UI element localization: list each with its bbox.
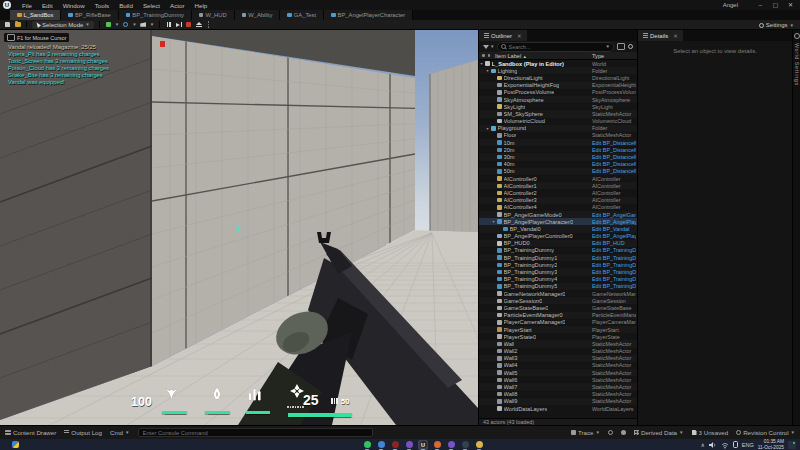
- outliner-row[interactable]: WorldDataLayers WorldDataLayers: [479, 405, 637, 412]
- actor-type[interactable]: GameSession: [592, 298, 636, 304]
- expander-icon[interactable]: ▾: [485, 126, 490, 131]
- actor-type[interactable]: AIController: [592, 204, 636, 210]
- outliner-settings-icon[interactable]: [628, 44, 633, 49]
- stop-button[interactable]: [185, 21, 192, 28]
- close-tab-icon[interactable]: ✕: [517, 33, 522, 39]
- outliner-row[interactable]: ▾ BP_AngelPlayerCharacter0 Edit BP_Angel…: [479, 218, 637, 225]
- outliner-row[interactable]: AIController4 AIController: [479, 204, 637, 211]
- level-viewport[interactable]: F1 for Mouse Cursor Vandal reloaded! Mag…: [0, 30, 478, 425]
- pause-button[interactable]: [165, 21, 172, 28]
- actor-type[interactable]: Edit BP_DistanceMar: [592, 161, 636, 167]
- outliner-row[interactable]: SkyLight SkyLight: [479, 103, 637, 110]
- actor-type[interactable]: Edit BP_TrainingDum: [592, 276, 636, 282]
- actor-type[interactable]: Folder: [592, 125, 636, 131]
- actor-type[interactable]: Edit BP_DistanceMar: [592, 140, 636, 146]
- actor-type[interactable]: World: [592, 61, 636, 67]
- outliner-row[interactable]: 20m Edit BP_DistanceMar: [479, 146, 637, 153]
- outliner-row[interactable]: Wall9 StaticMeshActor: [479, 398, 637, 405]
- selection-mode-dropdown[interactable]: Selection Mode▼: [32, 21, 94, 29]
- outliner-row[interactable]: ExponentialHeightFog ExponentialHeightFo: [479, 82, 637, 89]
- content-browser-button[interactable]: [14, 21, 21, 28]
- close-tab-icon[interactable]: ✕: [673, 33, 678, 39]
- menu-item[interactable]: Edit: [38, 2, 57, 9]
- item-label-column-header[interactable]: Item Label ▲: [495, 53, 527, 59]
- outliner-row[interactable]: ▾ Playground Folder: [479, 125, 637, 132]
- unsaved-button[interactable]: 3 Unsaved: [692, 429, 729, 436]
- outliner-row[interactable]: 50m Edit BP_DistanceMar: [479, 168, 637, 175]
- actor-type[interactable]: Edit BP_AngelPlayer: [592, 219, 636, 225]
- outliner-row[interactable]: DirectionalLight DirectionalLight: [479, 74, 637, 81]
- hidden-icons-chevron[interactable]: ∧: [701, 442, 705, 448]
- revision-control-dropdown[interactable]: Revision Control▼: [736, 429, 795, 436]
- outliner-row[interactable]: SkyAtmosphere SkyAtmosphere: [479, 96, 637, 103]
- outliner-row[interactable]: Wall5 StaticMeshActor: [479, 369, 637, 376]
- menu-item[interactable]: Build: [115, 2, 137, 9]
- outliner-row[interactable]: BP_Vandal0 Edit BP_Vandal: [479, 225, 637, 232]
- notifications-icon[interactable]: [788, 441, 796, 449]
- actor-type[interactable]: StaticMeshActor: [592, 384, 636, 390]
- outliner-row[interactable]: VolumetricCloud VolumetricCloud: [479, 118, 637, 125]
- actor-type[interactable]: StaticMeshActor: [592, 132, 636, 138]
- outliner-row[interactable]: AIController2 AIController: [479, 189, 637, 196]
- actor-type[interactable]: Edit BP_DistanceMar: [592, 168, 636, 174]
- outliner-row[interactable]: AIController1 AIController: [479, 182, 637, 189]
- asset-tab[interactable]: W_HUD: [192, 10, 235, 20]
- toolbar-overflow-button[interactable]: [205, 21, 212, 28]
- blueprints-dropdown[interactable]: [122, 21, 129, 28]
- minimize-button[interactable]: –: [753, 0, 768, 10]
- actor-type[interactable]: GameStateBase: [592, 305, 636, 311]
- menu-item[interactable]: Help: [191, 2, 212, 9]
- actor-type[interactable]: AIController: [592, 197, 636, 203]
- actor-type[interactable]: StaticMeshActor: [592, 391, 636, 397]
- language-indicator[interactable]: ENG: [742, 442, 754, 448]
- eject-button[interactable]: [195, 21, 202, 28]
- search-input[interactable]: [508, 44, 603, 50]
- bug-report-icon[interactable]: [621, 430, 626, 435]
- outliner-row[interactable]: BP_AngelGameMode0 Edit BP_AngelGameM: [479, 211, 637, 218]
- taskbar-app-icon[interactable]: [390, 440, 400, 450]
- clock[interactable]: 01:35 AM 11-Oct-2025: [758, 439, 784, 449]
- asset-tab[interactable]: BP_RifleBase: [61, 10, 118, 20]
- asset-tab[interactable]: W_Ability: [235, 10, 281, 20]
- actor-type[interactable]: GameNetworkManag: [592, 291, 636, 297]
- actor-type[interactable]: Edit BP_DistanceMar: [592, 147, 636, 153]
- actor-type[interactable]: Edit BP_TrainingDum: [592, 283, 636, 289]
- cmd-dropdown[interactable]: Cmd▼: [110, 429, 130, 436]
- filter-button[interactable]: ▼: [483, 44, 494, 49]
- actor-type[interactable]: SkyLight: [592, 104, 636, 110]
- outliner-row[interactable]: ParticleEventManager0 ParticleEventManag…: [479, 312, 637, 319]
- actor-type[interactable]: ParticleEventManage: [592, 312, 636, 318]
- actor-type[interactable]: PlayerStart: [592, 327, 636, 333]
- asset-tab[interactable]: GA_Test: [280, 10, 324, 20]
- outliner-row[interactable]: 10m Edit BP_DistanceMar: [479, 139, 637, 146]
- outliner-row[interactable]: Wall3 StaticMeshActor: [479, 355, 637, 362]
- insights-icon[interactable]: [608, 430, 613, 435]
- actor-type[interactable]: AIController: [592, 183, 636, 189]
- menu-item[interactable]: Tools: [91, 2, 113, 9]
- taskbar-app-icon[interactable]: [362, 440, 372, 450]
- outliner-row[interactable]: SM_SkySphere StaticMeshActor: [479, 110, 637, 117]
- wifi-icon[interactable]: [721, 441, 729, 449]
- outliner-row[interactable]: Wall6 StaticMeshActor: [479, 376, 637, 383]
- actor-type[interactable]: StaticMeshActor: [592, 398, 636, 404]
- outliner-row[interactable]: BP_HUD0 Edit BP_HUD: [479, 240, 637, 247]
- outliner-row[interactable]: Wall2 StaticMeshActor: [479, 348, 637, 355]
- outliner-row[interactable]: ▾ Lighting Folder: [479, 67, 637, 74]
- menu-item[interactable]: File: [18, 2, 36, 9]
- outliner-tab[interactable]: Outliner ✕: [479, 30, 527, 41]
- outliner-row[interactable]: Wall4 StaticMeshActor: [479, 362, 637, 369]
- outliner-row[interactable]: AIController0 AIController: [479, 175, 637, 182]
- actor-type[interactable]: Edit BP_AngelGameM: [592, 212, 636, 218]
- world-settings-tab[interactable]: World Settings: [794, 43, 800, 86]
- menu-item[interactable]: Select: [139, 2, 164, 9]
- actor-type[interactable]: StaticMeshActor: [592, 362, 636, 368]
- actor-type[interactable]: Edit BP_HUD: [592, 240, 636, 246]
- volume-icon[interactable]: [709, 441, 717, 449]
- add-actor-dropdown[interactable]: [105, 21, 112, 28]
- viewport-settings-dropdown[interactable]: Settings▼: [759, 20, 794, 30]
- outliner-row[interactable]: PostProcessVolume PostProcessVolume: [479, 89, 637, 96]
- outliner-row[interactable]: Wall8 StaticMeshActor: [479, 391, 637, 398]
- outliner-row[interactable]: GameNetworkManager0 GameNetworkManag: [479, 290, 637, 297]
- outliner-row[interactable]: BP_TrainingDummy5 Edit BP_TrainingDum: [479, 283, 637, 290]
- taskbar-app-icon[interactable]: [474, 440, 484, 450]
